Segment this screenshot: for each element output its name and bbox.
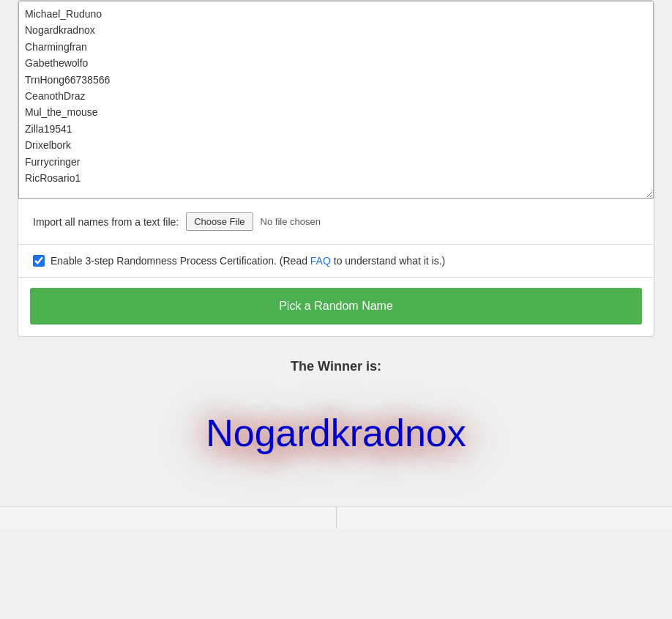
import-label: Import all names from a text file: [33, 216, 179, 228]
pick-button-section: Pick a Random Name [18, 278, 654, 336]
cert-label-end: to understand what it is.) [331, 255, 445, 267]
no-file-text: No file chosen [261, 216, 321, 227]
bottom-bar-left [0, 507, 337, 528]
main-container: Import all names from a text file: Choos… [18, 0, 654, 337]
winner-section: The Winner is: Nogardkradnox [0, 337, 672, 477]
pick-random-button[interactable]: Pick a Random Name [30, 288, 642, 325]
certification-checkbox[interactable] [33, 255, 45, 267]
bottom-bar-right [337, 507, 673, 528]
winner-name-container: Nogardkradnox [15, 396, 657, 470]
cert-label-text: Enable 3-step Randomness Process Certifi… [51, 255, 310, 267]
certification-label: Enable 3-step Randomness Process Certifi… [51, 255, 445, 267]
choose-file-button[interactable]: Choose File [186, 212, 253, 231]
bottom-bar [0, 506, 672, 528]
winner-title: The Winner is: [15, 359, 657, 374]
import-section: Import all names from a text file: Choos… [18, 199, 654, 245]
certification-section: Enable 3-step Randomness Process Certifi… [18, 245, 654, 278]
winner-name: Nogardkradnox [206, 411, 466, 455]
faq-link[interactable]: FAQ [310, 255, 331, 267]
names-list-section [18, 1, 654, 199]
names-textarea[interactable] [18, 1, 654, 199]
